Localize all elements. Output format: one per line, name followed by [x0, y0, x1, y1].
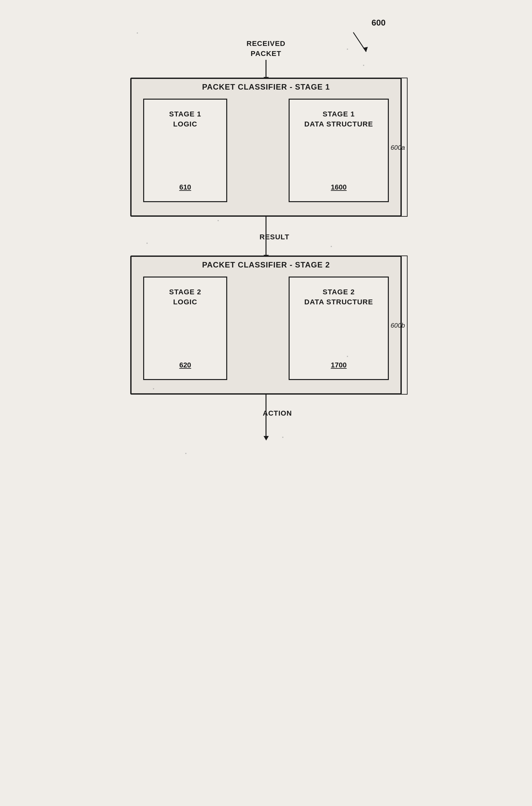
stage1-logic-ref: 610 [179, 183, 191, 191]
decorative-dot [331, 246, 332, 247]
decorative-dot [137, 32, 138, 34]
ref-600a: 600a [391, 144, 405, 151]
stage2-data-title: STAGE 2DATA STRUCTURE [304, 287, 373, 307]
result-label: RESULT [260, 233, 289, 241]
stage2-data-ref: 1700 [331, 361, 347, 369]
stage2-logic-box: STAGE 2LOGIC 620 [143, 277, 227, 380]
stage2-logic-title: STAGE 2LOGIC [169, 287, 201, 307]
stage1-logic-box: STAGE 1LOGIC 610 [143, 99, 227, 202]
stage1-data-title: STAGE 1DATA STRUCTURE [304, 109, 373, 129]
action-label: ACTION [263, 409, 292, 418]
decorative-dot [282, 437, 283, 438]
stage2-title: PACKET CLASSIFIER - STAGE 2 [202, 260, 330, 270]
decorative-dot [363, 65, 364, 66]
decorative-dot [185, 453, 187, 454]
received-packet-label: RECEIVED PACKET [247, 39, 285, 59]
decorative-dot [147, 242, 148, 244]
arrow-600-icon [350, 29, 369, 55]
stage2-data-box: STAGE 2DATA STRUCTURE 1700 [289, 277, 389, 380]
arrow-to-stage1-icon [266, 60, 267, 78]
stage1-data-ref: 1600 [331, 183, 347, 191]
decorative-dot [217, 220, 219, 221]
decorative-dot [347, 356, 348, 357]
decorative-dot [347, 49, 348, 50]
stage1-data-box: STAGE 1DATA STRUCTURE 1600 [289, 99, 389, 202]
ref-600b: 600b [391, 322, 405, 329]
diagram-container: 600 RECEIVED PACKET PACKET CLASSIFIER - … [120, 0, 412, 806]
ref-600: 600 [372, 18, 385, 28]
decorative-dot [153, 388, 154, 389]
stage1-title: PACKET CLASSIFIER - STAGE 1 [202, 83, 330, 92]
stage1-logic-title: STAGE 1LOGIC [169, 109, 201, 129]
stage2-logic-ref: 620 [179, 361, 191, 369]
